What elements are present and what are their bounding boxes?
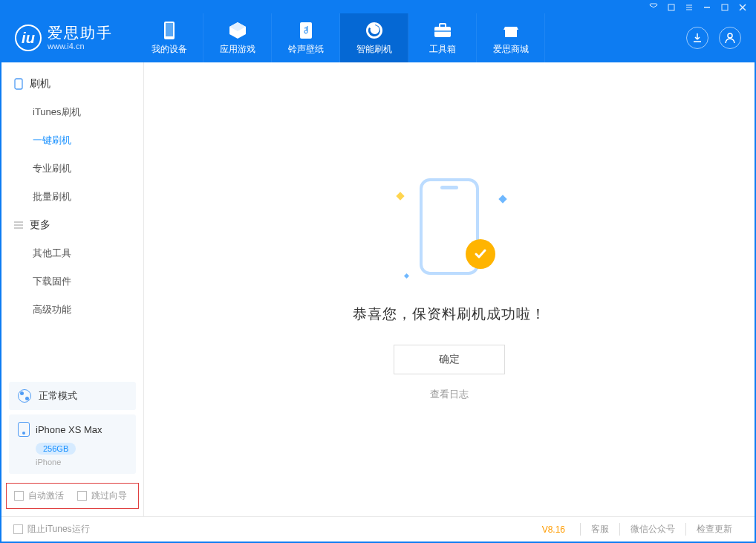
checkbox-box: [13, 524, 23, 534]
header: iu 爱思助手 www.i4.cn 我的设备 应用游戏 铃声壁纸 智能刷机: [1, 13, 755, 62]
footer-link-support[interactable]: 客服: [580, 523, 619, 536]
maximize-icon[interactable]: [720, 3, 729, 12]
minimize-icon[interactable]: [703, 3, 711, 12]
titlebar: [1, 1, 755, 13]
header-right: [686, 27, 741, 49]
app-window: iu 爱思助手 www.i4.cn 我的设备 应用游戏 铃声壁纸 智能刷机: [0, 0, 756, 543]
close-icon[interactable]: [738, 3, 747, 12]
app-name-en: www.i4.cn: [48, 42, 113, 51]
svg-rect-8: [505, 30, 517, 37]
feedback-icon[interactable]: [649, 3, 658, 12]
checkbox-auto-activate[interactable]: 自动激活: [14, 490, 64, 502]
checkbox-box: [77, 491, 87, 501]
svg-rect-6: [440, 24, 446, 27]
sidebar-item-oneclick-flash[interactable]: 一键刷机: [1, 126, 143, 155]
device-name: iPhone XS Max: [36, 424, 102, 435]
sidebar-item-advanced[interactable]: 高级功能: [1, 296, 143, 324]
sidebar: 刷机 iTunes刷机 一键刷机 专业刷机 批量刷机 更多 其他工具 下载固件 …: [1, 62, 144, 516]
toolbox-icon: [433, 21, 452, 40]
view-log-link[interactable]: 查看日志: [430, 388, 469, 401]
user-icon[interactable]: [719, 27, 741, 49]
ringtone-icon: [296, 21, 316, 40]
nav-tab-apps[interactable]: 应用游戏: [203, 13, 272, 62]
checkbox-skip-guide[interactable]: 跳过向导: [77, 490, 127, 502]
svg-rect-7: [434, 30, 451, 32]
device-card[interactable]: iPhone XS Max 256GB iPhone: [9, 414, 136, 474]
skin-icon[interactable]: [667, 3, 676, 12]
version-label: V8.16: [542, 524, 565, 535]
svg-point-9: [728, 33, 732, 38]
app-name-cn: 爱思助手: [48, 24, 113, 42]
main-content: 恭喜您，保资料刷机成功啦！ 确定 查看日志: [144, 62, 755, 516]
sidebar-group-flash: 刷机: [1, 70, 143, 98]
nav-tab-toolbox[interactable]: 工具箱: [408, 13, 477, 62]
flash-icon: [365, 21, 384, 40]
device-phone-icon: [18, 422, 30, 437]
sidebar-item-other-tools[interactable]: 其他工具: [1, 239, 143, 267]
footer-link-update[interactable]: 检查更新: [685, 523, 743, 536]
body: 刷机 iTunes刷机 一键刷机 专业刷机 批量刷机 更多 其他工具 下载固件 …: [1, 62, 755, 516]
nav-tabs: 我的设备 应用游戏 铃声壁纸 智能刷机 工具箱 爱思商城: [135, 13, 545, 62]
sidebar-bottom: 正常模式 iPhone XS Max 256GB iPhone 自动激活: [1, 377, 143, 516]
sparkle-icon: [498, 195, 506, 203]
checkbox-box: [14, 491, 24, 501]
device-type: iPhone: [36, 458, 127, 466]
checkbox-highlight-box: 自动激活 跳过向导: [6, 483, 139, 509]
menu-icon[interactable]: [685, 3, 694, 12]
footer: 阻止iTunes运行 V8.16 客服 微信公众号 检查更新: [1, 516, 755, 542]
status-text: 正常模式: [39, 389, 77, 403]
check-badge-icon: [466, 239, 495, 269]
nav-tab-store[interactable]: 爱思商城: [477, 13, 545, 62]
sidebar-item-batch-flash[interactable]: 批量刷机: [1, 183, 143, 211]
nav-tab-ringtone[interactable]: 铃声壁纸: [272, 13, 340, 62]
download-icon[interactable]: [686, 27, 708, 49]
svg-rect-3: [166, 23, 173, 36]
sidebar-item-download-firmware[interactable]: 下载固件: [1, 267, 143, 296]
sidebar-group-more: 更多: [1, 211, 143, 239]
device-storage-badge: 256GB: [36, 443, 76, 455]
svg-rect-1: [722, 4, 728, 10]
more-icon: [13, 220, 24, 230]
device-icon: [160, 21, 179, 40]
success-illustration: [397, 178, 501, 282]
nav-tab-device[interactable]: 我的设备: [135, 13, 203, 62]
sparkle-icon: [404, 273, 409, 278]
status-card[interactable]: 正常模式: [9, 382, 136, 410]
status-icon: [18, 389, 31, 403]
ok-button[interactable]: 确定: [394, 345, 505, 374]
logo: iu 爱思助手 www.i4.cn: [15, 24, 113, 51]
logo-icon: iu: [15, 25, 42, 51]
apps-icon: [228, 21, 247, 40]
sidebar-item-itunes-flash[interactable]: iTunes刷机: [1, 98, 143, 126]
svg-rect-0: [668, 4, 674, 10]
success-message: 恭喜您，保资料刷机成功啦！: [353, 305, 546, 324]
sidebar-item-pro-flash[interactable]: 专业刷机: [1, 155, 143, 183]
nav-tab-flash[interactable]: 智能刷机: [340, 13, 408, 62]
checkbox-block-itunes[interactable]: 阻止iTunes运行: [13, 523, 90, 536]
phone-icon: [13, 79, 24, 89]
store-icon: [501, 21, 521, 40]
svg-rect-10: [15, 79, 22, 89]
sparkle-icon: [396, 192, 404, 200]
footer-link-wechat[interactable]: 微信公众号: [619, 523, 685, 536]
